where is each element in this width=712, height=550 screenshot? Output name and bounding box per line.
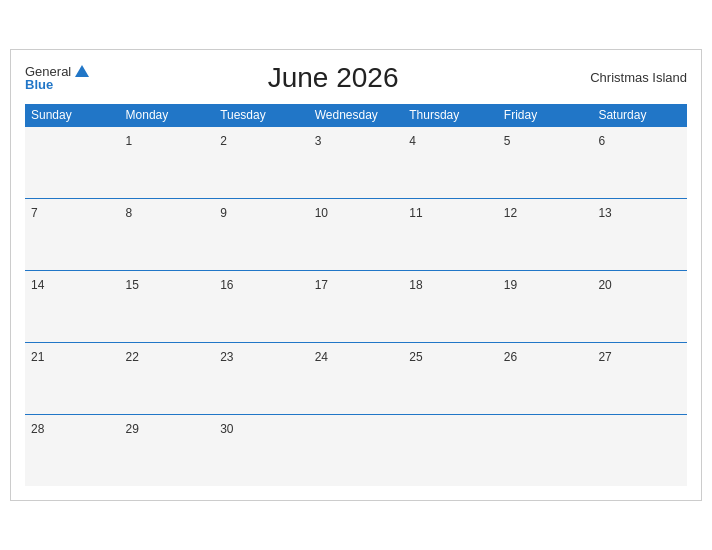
calendar-header: General Blue June 2026 Christmas Island bbox=[25, 62, 687, 94]
header-tuesday: Tuesday bbox=[214, 104, 309, 127]
day-number: 13 bbox=[598, 206, 611, 220]
calendar-cell: 18 bbox=[403, 270, 498, 342]
calendar-cell: 26 bbox=[498, 342, 593, 414]
calendar-cell: 7 bbox=[25, 198, 120, 270]
calendar-cell: 14 bbox=[25, 270, 120, 342]
calendar-week-row-4: 282930 bbox=[25, 414, 687, 486]
day-number: 16 bbox=[220, 278, 233, 292]
day-number: 23 bbox=[220, 350, 233, 364]
calendar-cell: 11 bbox=[403, 198, 498, 270]
day-number: 29 bbox=[126, 422, 139, 436]
day-number: 8 bbox=[126, 206, 133, 220]
calendar-cell: 6 bbox=[592, 126, 687, 198]
calendar-cell: 29 bbox=[120, 414, 215, 486]
logo: General Blue bbox=[25, 65, 89, 91]
day-number: 4 bbox=[409, 134, 416, 148]
day-number: 20 bbox=[598, 278, 611, 292]
calendar-cell bbox=[498, 414, 593, 486]
calendar-cell: 21 bbox=[25, 342, 120, 414]
calendar-week-row-0: 123456 bbox=[25, 126, 687, 198]
day-number: 2 bbox=[220, 134, 227, 148]
calendar-cell: 17 bbox=[309, 270, 404, 342]
calendar-cell: 30 bbox=[214, 414, 309, 486]
header-thursday: Thursday bbox=[403, 104, 498, 127]
day-number: 30 bbox=[220, 422, 233, 436]
day-number: 14 bbox=[31, 278, 44, 292]
calendar-cell: 12 bbox=[498, 198, 593, 270]
calendar-cell: 24 bbox=[309, 342, 404, 414]
day-number: 7 bbox=[31, 206, 38, 220]
calendar-cell: 9 bbox=[214, 198, 309, 270]
day-number: 18 bbox=[409, 278, 422, 292]
day-number: 28 bbox=[31, 422, 44, 436]
day-number: 3 bbox=[315, 134, 322, 148]
calendar-cell: 1 bbox=[120, 126, 215, 198]
calendar-cell: 27 bbox=[592, 342, 687, 414]
calendar-cell bbox=[592, 414, 687, 486]
calendar-cell: 28 bbox=[25, 414, 120, 486]
day-number: 1 bbox=[126, 134, 133, 148]
calendar-cell bbox=[25, 126, 120, 198]
calendar-week-row-3: 21222324252627 bbox=[25, 342, 687, 414]
header-friday: Friday bbox=[498, 104, 593, 127]
calendar-title: June 2026 bbox=[89, 62, 577, 94]
calendar-cell bbox=[309, 414, 404, 486]
calendar-week-row-1: 78910111213 bbox=[25, 198, 687, 270]
logo-blue-text: Blue bbox=[25, 78, 53, 91]
day-number: 27 bbox=[598, 350, 611, 364]
calendar-cell bbox=[403, 414, 498, 486]
weekday-header-row: Sunday Monday Tuesday Wednesday Thursday… bbox=[25, 104, 687, 127]
day-number: 15 bbox=[126, 278, 139, 292]
day-number: 12 bbox=[504, 206, 517, 220]
calendar-cell: 10 bbox=[309, 198, 404, 270]
day-number: 26 bbox=[504, 350, 517, 364]
calendar-cell: 23 bbox=[214, 342, 309, 414]
calendar-cell: 3 bbox=[309, 126, 404, 198]
calendar-cell: 15 bbox=[120, 270, 215, 342]
calendar-cell: 25 bbox=[403, 342, 498, 414]
header-wednesday: Wednesday bbox=[309, 104, 404, 127]
header-sunday: Sunday bbox=[25, 104, 120, 127]
location-label: Christmas Island bbox=[577, 70, 687, 85]
day-number: 9 bbox=[220, 206, 227, 220]
day-number: 11 bbox=[409, 206, 422, 220]
calendar-week-row-2: 14151617181920 bbox=[25, 270, 687, 342]
day-number: 19 bbox=[504, 278, 517, 292]
calendar-grid: Sunday Monday Tuesday Wednesday Thursday… bbox=[25, 104, 687, 487]
day-number: 22 bbox=[126, 350, 139, 364]
calendar-cell: 2 bbox=[214, 126, 309, 198]
day-number: 17 bbox=[315, 278, 328, 292]
calendar-cell: 19 bbox=[498, 270, 593, 342]
day-number: 10 bbox=[315, 206, 328, 220]
calendar-cell: 22 bbox=[120, 342, 215, 414]
day-number: 25 bbox=[409, 350, 422, 364]
calendar-cell: 16 bbox=[214, 270, 309, 342]
day-number: 24 bbox=[315, 350, 328, 364]
calendar-cell: 13 bbox=[592, 198, 687, 270]
calendar-cell: 8 bbox=[120, 198, 215, 270]
day-number: 5 bbox=[504, 134, 511, 148]
logo-general-text: General bbox=[25, 65, 71, 78]
calendar-cell: 5 bbox=[498, 126, 593, 198]
header-saturday: Saturday bbox=[592, 104, 687, 127]
calendar-cell: 20 bbox=[592, 270, 687, 342]
day-number: 6 bbox=[598, 134, 605, 148]
calendar-container: General Blue June 2026 Christmas Island … bbox=[10, 49, 702, 502]
day-number: 21 bbox=[31, 350, 44, 364]
logo-triangle-icon bbox=[75, 65, 89, 77]
header-monday: Monday bbox=[120, 104, 215, 127]
calendar-cell: 4 bbox=[403, 126, 498, 198]
